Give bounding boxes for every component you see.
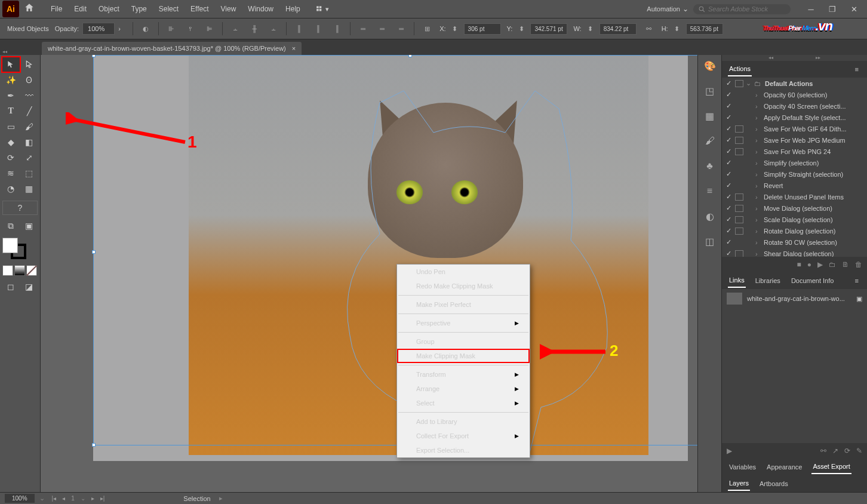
lasso-tool[interactable]: ʘ — [21, 73, 38, 87]
link-item[interactable]: white-and-gray-cat-in-brown-wo... ▣ — [722, 289, 867, 308]
rotate-tool[interactable]: ⟳ — [2, 150, 20, 165]
menu-help[interactable]: Help — [280, 2, 306, 16]
menu-edit[interactable]: Edit — [69, 2, 92, 16]
edit-original-icon[interactable]: ✎ — [856, 447, 862, 455]
tab-document-info[interactable]: Document Info — [790, 274, 835, 287]
distribute-right-icon[interactable]: ║ — [331, 22, 344, 35]
menu-select[interactable]: Select — [153, 2, 184, 16]
action-set-default[interactable]: ✓⌄🗀Default Actions — [722, 78, 867, 89]
last-artboard-icon[interactable]: ▸| — [98, 494, 107, 503]
free-transform-tool[interactable]: ⬚ — [21, 166, 38, 180]
eraser-tool[interactable]: ◧ — [21, 135, 38, 149]
panel-menu-icon[interactable]: ≡ — [855, 66, 859, 73]
x-input[interactable]: 306 pt — [464, 23, 501, 35]
link-xy-icon[interactable]: ⬍ — [448, 22, 462, 35]
selection-tool[interactable] — [2, 57, 20, 72]
action-item[interactable]: ✓›Save For Web PNG 24 — [722, 146, 867, 157]
link-h-icon[interactable]: ⬍ — [671, 22, 684, 35]
tab-appearance[interactable]: Appearance — [765, 460, 803, 474]
restore-button[interactable]: ❐ — [822, 1, 843, 17]
w-input[interactable]: 834.22 pt — [599, 23, 637, 35]
update-link-icon[interactable]: ⟳ — [844, 447, 850, 455]
fill-stroke-swatch[interactable] — [2, 238, 32, 262]
delete-action-icon[interactable]: 🗑 — [855, 260, 862, 269]
relink-icon[interactable]: ⚯ — [820, 447, 826, 455]
tab-asset-export[interactable]: Asset Export — [811, 460, 851, 474]
ctx-undo-pen[interactable]: Undo Pen — [397, 265, 530, 279]
opacity-input[interactable]: 100% — [82, 23, 115, 35]
first-artboard-icon[interactable]: |◂ — [50, 494, 59, 503]
draw-mode-behind-icon[interactable]: ◪ — [21, 279, 38, 294]
tab-artboards[interactable]: Artboards — [758, 477, 789, 490]
magic-wand-tool[interactable]: ✨ — [2, 73, 20, 87]
action-item[interactable]: ✓›Save For Web GIF 64 Dith... — [722, 123, 867, 134]
action-item[interactable]: ✓›Simplify (selection) — [722, 157, 867, 168]
document-tab[interactable]: white-and-gray-cat-in-brown-woven-basket… — [42, 42, 302, 55]
stop-action-icon[interactable]: ■ — [797, 260, 801, 269]
action-item[interactable]: ✓›Scale Dialog (selection) — [722, 214, 867, 225]
direct-selection-tool[interactable] — [21, 57, 38, 72]
screen-mode-icon[interactable]: ⧉ — [2, 219, 20, 233]
distribute-bottom-icon[interactable]: ═ — [395, 22, 408, 35]
menu-file[interactable]: File — [45, 2, 67, 16]
action-item[interactable]: ✓›Delete Unused Panel Items — [722, 191, 867, 202]
color-panel-icon[interactable]: 🎨 — [703, 59, 717, 73]
distribute-top-icon[interactable]: ═ — [356, 22, 370, 35]
action-item[interactable]: ✓›Opacity 40 Screen (selecti... — [722, 100, 867, 112]
ctx-redo-make-clipping-mask[interactable]: Redo Make Clipping Mask — [397, 279, 530, 293]
action-item[interactable]: ✓›Rotate 90 CW (selection) — [722, 236, 867, 248]
shape-builder-tool[interactable]: ◔ — [2, 182, 20, 196]
line-tool[interactable]: ╱ — [21, 104, 38, 118]
new-set-icon[interactable]: 🗀 — [829, 260, 836, 269]
ctx-arrange[interactable]: Arrange▶ — [397, 382, 530, 396]
play-action-icon[interactable]: ▶ — [817, 260, 823, 269]
go-to-link-icon[interactable]: ↗ — [832, 447, 838, 455]
ctx-export-selection-[interactable]: Export Selection... — [397, 443, 530, 457]
color-mode-gradient[interactable] — [14, 265, 25, 276]
stock-search[interactable] — [693, 4, 791, 14]
ctx-collect-for-export[interactable]: Collect For Export▶ — [397, 429, 530, 443]
menu-effect[interactable]: Effect — [185, 2, 214, 16]
shaper-tool[interactable]: ◆ — [2, 135, 20, 149]
swatches-panel-icon[interactable]: ▦ — [703, 109, 717, 123]
color-mode-none[interactable] — [26, 265, 37, 276]
actions-list[interactable]: ✓⌄🗀Default Actions✓›Opacity 60 (selectio… — [722, 78, 867, 257]
prev-artboard-icon[interactable]: ◂ — [60, 494, 67, 503]
menu-type[interactable]: Type — [126, 2, 152, 16]
ctx-select[interactable]: Select▶ — [397, 396, 530, 410]
align-top-icon[interactable]: ⫠ — [229, 22, 242, 35]
align-right-icon[interactable]: ⊫ — [203, 22, 216, 35]
action-item[interactable]: ✓›Revert — [722, 180, 867, 191]
color-mode-fill[interactable] — [2, 265, 13, 276]
action-item[interactable]: ✓›Save For Web JPG Medium — [722, 134, 867, 146]
align-bottom-icon[interactable]: ⫠ — [267, 22, 280, 35]
zoom-level[interactable]: 100% — [5, 494, 35, 503]
paintbrush-tool[interactable]: 🖌 — [21, 119, 38, 134]
ctx-transform[interactable]: Transform▶ — [397, 367, 530, 382]
link-wh-icon[interactable]: ⬍ — [584, 22, 597, 35]
canvas[interactable]: 1 2 Undo PenRedo Make Clipping MaskMake … — [41, 55, 697, 492]
screen-mode2-icon[interactable]: ▣ — [21, 219, 38, 233]
ctx-make-clipping-mask[interactable]: Make Clipping Mask — [397, 349, 530, 363]
h-input[interactable]: 563.736 pt — [686, 23, 723, 35]
align-center-v-icon[interactable]: ╫ — [248, 22, 261, 35]
menu-object[interactable]: Object — [93, 2, 125, 16]
distribute-center-v-icon[interactable]: ═ — [376, 22, 389, 35]
brushes-panel-icon[interactable]: 🖌 — [703, 134, 717, 148]
record-action-icon[interactable]: ● — [807, 260, 811, 269]
rectangle-tool[interactable]: ▭ — [2, 119, 20, 134]
collapse-dock-icon[interactable]: ◂◂ ▸▸ — [722, 55, 867, 61]
action-item[interactable]: ✓›Opacity 60 (selection) — [722, 89, 867, 100]
align-center-h-icon[interactable]: ⫯ — [184, 22, 197, 35]
close-button[interactable]: ✕ — [843, 1, 865, 17]
menu-view[interactable]: View — [216, 2, 242, 16]
ctx-group[interactable]: Group — [397, 334, 530, 349]
tab-layers[interactable]: Layers — [728, 477, 750, 491]
opacity-chevron-icon[interactable]: › — [118, 25, 127, 32]
stroke-panel-icon[interactable]: ≡ — [703, 184, 717, 198]
home-icon[interactable] — [24, 2, 37, 16]
artboard-number[interactable]: 1 — [69, 494, 77, 503]
recolor-icon[interactable]: ◐ — [139, 22, 152, 35]
next-artboard-icon[interactable]: ▸ — [89, 494, 97, 503]
expand-left-icon[interactable]: ◂◂ — [2, 49, 7, 55]
